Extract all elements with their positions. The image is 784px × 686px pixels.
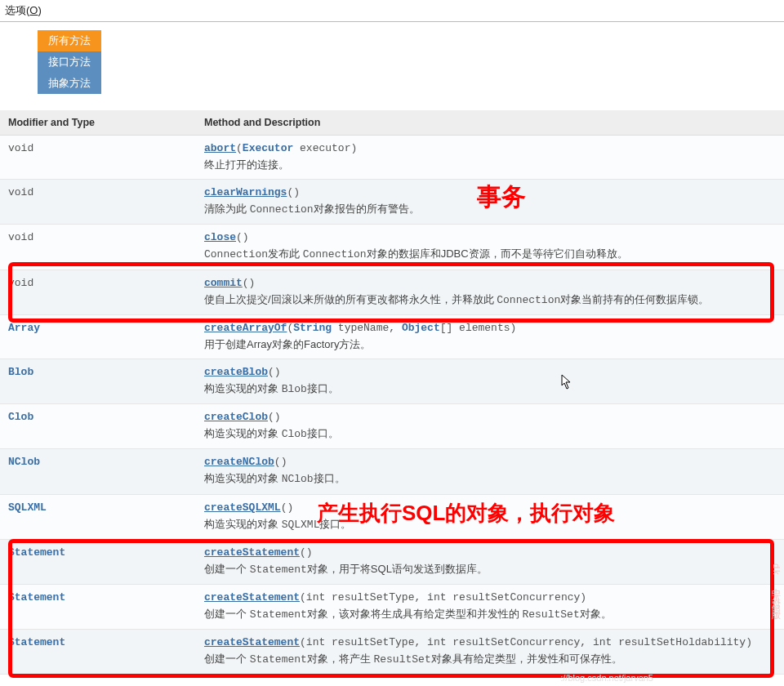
method-signature: createStatement() bbox=[204, 546, 776, 559]
table-row: voidabort(Executor executor)终止打开的连接。 bbox=[0, 136, 784, 180]
table-row: StatementcreateStatement()创建一个 Statement… bbox=[0, 539, 784, 584]
col-method: Method and Description bbox=[196, 110, 784, 136]
modifier-cell: void bbox=[0, 225, 196, 270]
type-link[interactable]: Blob bbox=[8, 366, 33, 378]
method-signature: commit() bbox=[204, 277, 776, 289]
type-link[interactable]: Clob bbox=[8, 411, 33, 423]
type-link[interactable]: Statement bbox=[8, 591, 65, 604]
method-signature: createArrayOf(String typeName, Object[] … bbox=[204, 322, 776, 334]
method-description: 构造实现的对象 Clob接口。 bbox=[204, 426, 776, 442]
table-row: BlobcreateBlob()构造实现的对象 Blob接口。 bbox=[0, 359, 784, 403]
type-link[interactable]: SQLXML bbox=[8, 501, 47, 514]
modifier-cell: void bbox=[0, 136, 196, 180]
method-cell: close()Connection发布此 Connection对象的数据库和JD… bbox=[196, 225, 784, 270]
method-signature: clearWarnings() bbox=[204, 186, 776, 198]
tab-abstract-methods[interactable]: 抽象方法 bbox=[38, 73, 101, 94]
method-cell: createStatement(int resultSetType, int r… bbox=[196, 584, 784, 629]
method-description: 创建一个 Statement对象，将产生 ResultSet对象具有给定类型，并… bbox=[204, 652, 776, 667]
modifier-cell: Blob bbox=[0, 359, 196, 403]
method-signature: close() bbox=[204, 231, 776, 243]
method-link[interactable]: createBlob bbox=[204, 366, 268, 378]
method-description: 使自上次提交/回滚以来所做的所有更改都将永久性，并释放此 Connection对… bbox=[204, 292, 776, 308]
type-link[interactable]: Array bbox=[8, 322, 40, 334]
method-description: 创建一个 Statement对象，该对象将生成具有给定类型和并发性的 Resul… bbox=[204, 607, 776, 622]
table-row: StatementcreateStatement(int resultSetTy… bbox=[0, 584, 784, 629]
method-link[interactable]: createStatement bbox=[204, 636, 300, 648]
modifier-cell: Statement bbox=[0, 584, 196, 629]
col-modifier: Modifier and Type bbox=[0, 110, 196, 136]
method-link[interactable]: commit bbox=[204, 277, 243, 289]
table-row: voidcommit()使自上次提交/回滚以来所做的所有更改都将永久性，并释放此… bbox=[0, 270, 784, 314]
options-menu[interactable]: 选项(O) bbox=[0, 0, 784, 22]
modifier-cell: void bbox=[0, 180, 196, 225]
method-cell: createBlob()构造实现的对象 Blob接口。 bbox=[196, 359, 784, 403]
modifier-cell: NClob bbox=[0, 449, 196, 494]
type-link[interactable]: Statement bbox=[8, 546, 65, 559]
method-link[interactable]: clearWarnings bbox=[204, 186, 287, 198]
table-row: SQLXMLcreateSQLXML()构造实现的对象 SQLXML接口。 bbox=[0, 494, 784, 539]
method-cell: createArrayOf(String typeName, Object[] … bbox=[196, 314, 784, 359]
method-description: Connection发布此 Connection对象的数据库和JDBC资源，而不… bbox=[204, 247, 776, 262]
method-description: 构造实现的对象 Blob接口。 bbox=[204, 381, 776, 397]
method-description: 构造实现的对象 NClob接口。 bbox=[204, 471, 776, 487]
method-description: 创建一个 Statement对象，用于将SQL语句发送到数据库。 bbox=[204, 562, 776, 577]
method-cell: abort(Executor executor)终止打开的连接。 bbox=[196, 136, 784, 180]
modifier-cell: SQLXML bbox=[0, 494, 196, 539]
method-signature: createClob() bbox=[204, 411, 776, 423]
method-link[interactable]: createStatement bbox=[204, 591, 300, 604]
method-signature: createSQLXML() bbox=[204, 501, 776, 514]
method-signature: createBlob() bbox=[204, 366, 776, 378]
modifier-cell: Statement bbox=[0, 630, 196, 675]
modifier-cell: Array bbox=[0, 314, 196, 359]
modifier-cell: Statement bbox=[0, 539, 196, 584]
method-cell: commit()使自上次提交/回滚以来所做的所有更改都将永久性，并释放此 Con… bbox=[196, 270, 784, 314]
method-signature: createStatement(int resultSetType, int r… bbox=[204, 636, 776, 648]
method-description: 清除为此 Connection对象报告的所有警告。 bbox=[204, 202, 776, 217]
method-description: 终止打开的连接。 bbox=[204, 158, 776, 172]
method-link[interactable]: createStatement bbox=[204, 546, 300, 559]
options-mnemonic: O bbox=[29, 4, 38, 16]
table-row: StatementcreateStatement(int resultSetTy… bbox=[0, 630, 784, 675]
method-cell: createSQLXML()构造实现的对象 SQLXML接口。 bbox=[196, 494, 784, 539]
options-label: 选项( bbox=[5, 4, 29, 16]
modifier-cell: void bbox=[0, 270, 196, 314]
method-signature: abort(Executor executor) bbox=[204, 142, 776, 154]
method-link[interactable]: createSQLXML bbox=[204, 501, 281, 514]
method-signature: createNClob() bbox=[204, 456, 776, 468]
table-row: NClobcreateNClob()构造实现的对象 NClob接口。 bbox=[0, 449, 784, 494]
method-description: 构造实现的对象 SQLXML接口。 bbox=[204, 517, 776, 532]
tab-interface-methods[interactable]: 接口方法 bbox=[38, 51, 101, 73]
method-link[interactable]: createClob bbox=[204, 411, 268, 423]
table-row: voidclose()Connection发布此 Connection对象的数据… bbox=[0, 225, 784, 270]
table-row: ClobcreateClob()构造实现的对象 Clob接口。 bbox=[0, 404, 784, 449]
method-link[interactable]: abort bbox=[204, 142, 236, 154]
method-filter-tabs: 所有方法 接口方法 抽象方法 bbox=[38, 30, 784, 94]
tab-all-methods[interactable]: 所有方法 bbox=[38, 30, 101, 51]
method-cell: createClob()构造实现的对象 Clob接口。 bbox=[196, 404, 784, 449]
methods-table: Modifier and Type Method and Description… bbox=[0, 110, 784, 675]
method-link[interactable]: close bbox=[204, 231, 236, 243]
method-link[interactable]: createArrayOf bbox=[204, 322, 287, 334]
method-link[interactable]: createNClob bbox=[204, 456, 274, 468]
method-cell: createNClob()构造实现的对象 NClob接口。 bbox=[196, 449, 784, 494]
method-cell: createStatement(int resultSetType, int r… bbox=[196, 630, 784, 675]
method-cell: createStatement()创建一个 Statement对象，用于将SQL… bbox=[196, 539, 784, 584]
method-cell: clearWarnings()清除为此 Connection对象报告的所有警告。 bbox=[196, 180, 784, 225]
type-link[interactable]: Statement bbox=[8, 636, 65, 648]
method-description: 用于创建Array对象的Factory方法。 bbox=[204, 337, 776, 352]
modifier-cell: Clob bbox=[0, 404, 196, 449]
type-link[interactable]: NClob bbox=[8, 456, 40, 468]
table-row: voidclearWarnings()清除为此 Connection对象报告的所… bbox=[0, 180, 784, 225]
table-row: ArraycreateArrayOf(String typeName, Obje… bbox=[0, 314, 784, 359]
method-signature: createStatement(int resultSetType, int r… bbox=[204, 591, 776, 604]
